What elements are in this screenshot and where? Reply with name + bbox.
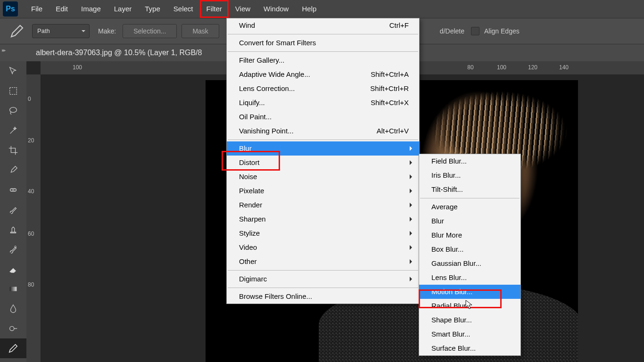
make-mask-button[interactable]: Mask [182,24,219,38]
menu-edit[interactable]: Edit [49,0,74,18]
expand-chevrons-icon[interactable]: ▸▸ [2,47,5,53]
eraser-tool[interactable] [0,259,26,279]
filter-blur-submenu[interactable]: Blur [227,141,419,156]
filter-convert-smart[interactable]: Convert for Smart Filters [227,36,419,50]
blur-gaussian[interactable]: Gaussian Blur... [419,256,520,271]
make-selection-button[interactable]: Selection... [123,24,177,38]
submenu-arrow-icon [410,245,414,250]
blur-submenu: Field Blur... Iris Blur... Tilt-Shift...… [419,154,521,356]
blur-field[interactable]: Field Blur... [419,154,520,168]
menu-shortcut: Alt+Ctrl+V [377,124,409,138]
filter-adaptive-wide[interactable]: Adaptive Wide Angle... Shift+Ctrl+A [227,67,419,82]
menu-layer[interactable]: Layer [107,0,139,18]
gradient-tool[interactable] [0,279,26,299]
menu-separator [420,198,520,198]
filter-noise-submenu[interactable]: Noise [227,170,419,184]
blur-lens[interactable]: Lens Blur... [419,271,520,285]
menu-separator [228,34,418,34]
menu-view[interactable]: View [229,0,257,18]
magic-wand-tool[interactable] [0,121,26,140]
marquee-tool[interactable] [0,81,26,101]
menu-window[interactable]: Window [257,0,295,18]
clone-stamp-tool[interactable] [0,220,26,239]
submenu-arrow-icon [410,189,414,193]
blur-more[interactable]: Blur More [419,228,520,242]
submenu-arrow-icon [410,277,414,281]
history-brush-tool[interactable] [0,239,26,259]
filter-distort-submenu[interactable]: Distort [227,156,419,170]
ruler-h-label: 120 [528,64,537,71]
svg-point-1 [10,107,17,113]
filter-pixelate-submenu[interactable]: Pixelate [227,184,419,198]
filter-sharpen-submenu[interactable]: Sharpen [227,212,419,226]
menu-label: Liquify... [239,99,265,107]
filter-other-submenu[interactable]: Other [227,255,419,269]
filter-render-submenu[interactable]: Render [227,198,419,212]
filter-video-submenu[interactable]: Video [227,240,419,255]
blur-smart[interactable]: Smart Blur... [419,327,520,341]
menu-label: Blur [239,144,252,152]
brush-tool[interactable] [0,200,26,220]
pen-tool-icon[interactable] [9,24,25,39]
menu-separator [228,140,418,140]
blur-iris[interactable]: Iris Blur... [419,168,520,182]
submenu-arrow-icon [410,259,414,264]
dodge-tool[interactable] [0,319,26,338]
filter-gallery[interactable]: Filter Gallery... [227,53,419,67]
filter-oil-paint[interactable]: Oil Paint... [227,110,419,124]
menu-bar: Ps File Edit Image Layer Type Select Fil… [0,0,644,18]
filter-last[interactable]: Wind Ctrl+F [227,18,419,33]
filter-stylize-submenu[interactable]: Stylize [227,226,419,240]
menu-label: Wind [239,21,255,29]
blur-shape[interactable]: Shape Blur... [419,313,520,327]
eyedropper-tool[interactable] [0,160,26,180]
menu-label: Other [239,257,257,265]
blur-box[interactable]: Box Blur... [419,242,520,256]
ruler-v-label: 20 [28,137,34,144]
menu-label: Stylize [239,229,260,237]
menu-select[interactable]: Select [167,0,200,18]
menu-image[interactable]: Image [74,0,107,18]
menu-separator [228,288,418,288]
submenu-arrow-icon [410,160,414,165]
menu-shortcut: Ctrl+F [389,18,409,33]
submenu-arrow-icon [410,203,414,207]
document-tab[interactable]: albert-dera-397063.jpg @ 10.5% (Layer 1,… [29,44,208,61]
blur-motion[interactable]: Motion Blur... [419,285,520,299]
menu-filter[interactable]: Filter [200,0,229,18]
svg-point-5 [10,326,14,330]
healing-brush-tool[interactable] [0,180,26,200]
filter-menu: Wind Ctrl+F Convert for Smart Filters Fi… [226,18,420,304]
submenu-arrow-icon [410,231,414,236]
menu-type[interactable]: Type [138,0,167,18]
pen-tool[interactable] [0,338,26,358]
blur-blur[interactable]: Blur [419,214,520,228]
app-logo: Ps [3,1,18,16]
crop-tool[interactable] [0,140,26,160]
ruler-h-label: 100 [497,64,506,71]
menu-file[interactable]: File [25,0,49,18]
filter-vanishing-point[interactable]: Vanishing Point... Alt+Ctrl+V [227,124,419,138]
auto-add-delete-label: d/Delete [440,27,464,35]
menu-separator [228,270,418,271]
filter-lens-correction[interactable]: Lens Correction... Shift+Ctrl+R [227,82,419,96]
blur-average[interactable]: Average [419,200,520,214]
filter-liquify[interactable]: Liquify... Shift+Ctrl+X [227,96,419,110]
menu-label: Distort [239,158,259,166]
submenu-arrow-icon [410,174,414,179]
ruler-v-label: 60 [28,230,34,237]
mode-select[interactable]: Path [32,24,90,38]
blur-surface[interactable]: Surface Blur... [419,341,520,355]
menu-label: Adaptive Wide Angle... [239,70,310,78]
menu-help[interactable]: Help [295,0,323,18]
filter-browse-online[interactable]: Browse Filters Online... [227,289,419,304]
blur-tool[interactable] [0,299,26,319]
move-tool[interactable] [0,61,26,81]
ruler-v-label: 80 [28,281,34,288]
align-edges-checkbox[interactable] [471,27,479,35]
lasso-tool[interactable] [0,101,26,121]
blur-tiltshift[interactable]: Tilt-Shift... [419,182,520,197]
toolbox [0,61,27,362]
make-label: Make: [98,27,116,35]
filter-digimarc-submenu[interactable]: Digimarc [227,272,419,286]
